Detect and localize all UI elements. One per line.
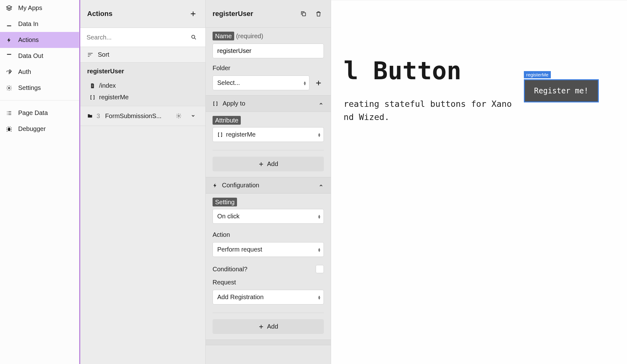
svg-point-2: [192, 35, 195, 38]
sidebar-item-my-apps[interactable]: My Apps: [0, 0, 79, 16]
list-icon: [6, 110, 13, 117]
attribute-label-row: Attribute: [206, 112, 331, 124]
select-caret-icon: ▴▾: [318, 214, 320, 219]
sidebar-item-label: Data Out: [18, 52, 43, 60]
page-icon: [90, 83, 95, 89]
sidebar-item-label: Page Data: [18, 109, 48, 117]
action-value: Perform request: [217, 246, 262, 253]
request-value: Add Registration: [217, 294, 264, 301]
svg-point-1: [8, 127, 10, 131]
sidebar-item-label: Settings: [18, 84, 41, 91]
add-folder-button[interactable]: [313, 78, 324, 88]
folder-icon: [87, 113, 93, 119]
divider: [213, 313, 324, 313]
register-button[interactable]: Register me!: [524, 79, 599, 102]
conditional-label: Conditional?: [213, 266, 247, 273]
setting-label-row: Setting: [206, 194, 331, 206]
sidebar-item-data-out[interactable]: Data Out: [0, 48, 79, 64]
details-title: registerUser: [213, 10, 253, 18]
upload-icon: [6, 53, 13, 60]
bolt-icon: [6, 37, 13, 44]
request-label: Request: [206, 279, 331, 286]
sidebar-item-label: Data In: [18, 20, 38, 28]
folder-select-value: Select...: [217, 79, 240, 86]
sidebar-item-label: Actions: [18, 36, 39, 44]
setting-chip: Setting: [213, 198, 237, 206]
bug-icon: [6, 126, 13, 133]
sort-icon: [87, 52, 93, 58]
bolt-icon: [213, 183, 218, 188]
element-tag: registerMe: [524, 71, 551, 78]
action-attr-row[interactable]: registerMe: [80, 91, 205, 106]
conditional-checkbox[interactable]: [316, 265, 324, 273]
sidebar-divider: [0, 100, 79, 101]
attribute-select[interactable]: registerMe ▴▾: [213, 127, 324, 142]
configuration-section[interactable]: Configuration: [206, 177, 331, 194]
setting-value: On click: [217, 213, 240, 220]
folder-select[interactable]: Select... ▴▾: [213, 75, 309, 90]
setting-select[interactable]: On click ▴▾: [213, 209, 324, 224]
sidebar-item-settings[interactable]: Settings: [0, 80, 79, 96]
sidebar-item-auth[interactable]: Auth: [0, 64, 79, 80]
register-button-wrap: registerMe Register me!: [524, 79, 599, 102]
brackets-icon: [213, 101, 218, 107]
collapsed-section-peek: [206, 340, 331, 345]
action-attr-label: registerMe: [99, 94, 129, 101]
gear-icon: [6, 85, 13, 91]
sidebar: My Apps Data In Actions Data Out Auth Se…: [0, 0, 79, 364]
select-caret-icon: ▴▾: [318, 133, 320, 137]
download-icon: [6, 21, 13, 28]
name-label-row: Name (required): [206, 28, 331, 40]
sort-label: Sort: [98, 51, 109, 58]
brackets-icon: [217, 132, 223, 138]
sidebar-item-page-data[interactable]: Page Data: [0, 105, 79, 121]
attribute-chip: Attribute: [213, 116, 241, 125]
delete-button[interactable]: [313, 8, 324, 19]
select-caret-icon: ▴▾: [304, 81, 306, 85]
sidebar-item-data-in[interactable]: Data In: [0, 16, 79, 32]
name-chip: Name: [213, 32, 234, 40]
apply-to-section[interactable]: Apply to: [206, 95, 331, 112]
action-select[interactable]: Perform request ▴▾: [213, 242, 324, 257]
sidebar-item-debugger[interactable]: Debugger: [0, 121, 79, 137]
add-config-button[interactable]: Add: [213, 319, 324, 334]
svg-point-3: [178, 115, 180, 117]
sidebar-item-label: My Apps: [18, 4, 42, 12]
details-header: registerUser: [206, 0, 331, 28]
request-select[interactable]: Add Registration ▴▾: [213, 290, 324, 304]
search-icon[interactable]: [188, 32, 199, 43]
folder-row[interactable]: 3 FormSubmissionS...: [80, 106, 205, 126]
fingerprint-icon: [6, 69, 13, 75]
name-required: (required): [236, 33, 263, 39]
actions-title: Actions: [87, 10, 113, 18]
action-item-header[interactable]: registerUser: [80, 63, 205, 80]
apply-to-label: Apply to: [223, 100, 245, 107]
add-label: Add: [267, 323, 278, 330]
add-action-button[interactable]: [188, 8, 198, 19]
chevron-up-icon: [318, 101, 324, 107]
folder-name: FormSubmissionS...: [105, 112, 170, 120]
add-attribute-button[interactable]: Add: [213, 157, 324, 171]
action-label: Action: [206, 231, 331, 238]
sort-row[interactable]: Sort: [80, 47, 205, 63]
preview-pane: l Button reating stateful buttons for Xa…: [331, 0, 627, 364]
svg-rect-4: [303, 13, 306, 16]
attribute-value: registerMe: [226, 131, 256, 138]
folder-gear-icon[interactable]: [173, 111, 184, 121]
search-input[interactable]: [87, 34, 188, 41]
divider: [213, 150, 324, 150]
details-column: registerUser Name (required) Folder Sele…: [206, 0, 331, 364]
sidebar-item-label: Auth: [18, 68, 31, 75]
actions-header: Actions: [80, 0, 205, 28]
chevron-up-icon: [318, 183, 324, 188]
action-page-row[interactable]: /index: [80, 80, 205, 91]
name-input[interactable]: [213, 44, 324, 58]
brackets-icon: [90, 95, 95, 100]
add-label: Add: [267, 160, 278, 168]
copy-button[interactable]: [298, 8, 309, 19]
sidebar-item-actions[interactable]: Actions: [0, 32, 79, 48]
folder-expand-icon[interactable]: [188, 111, 198, 121]
layers-icon: [6, 5, 13, 12]
folder-count: 3: [97, 112, 100, 120]
action-page-label: /index: [99, 82, 116, 89]
